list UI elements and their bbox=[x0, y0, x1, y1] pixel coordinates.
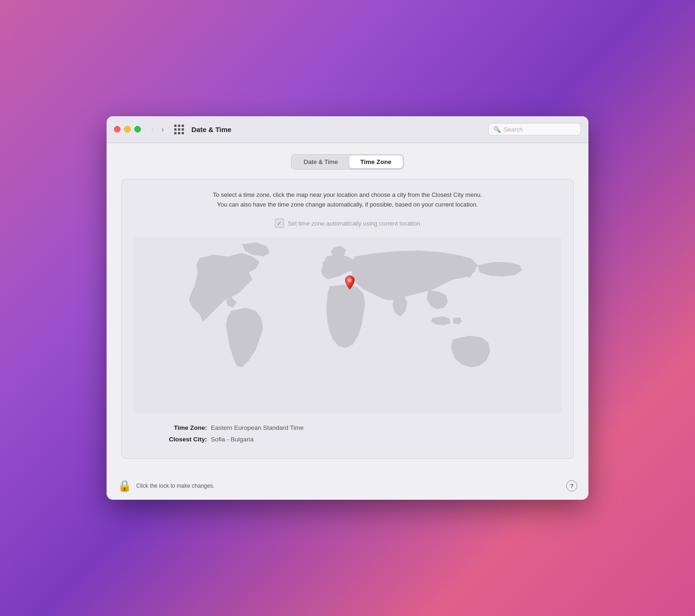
auto-timezone-label: Set time zone automatically using curren… bbox=[288, 220, 420, 227]
lock-icon: 🔒 bbox=[118, 479, 132, 492]
auto-timezone-checkbox-container: ✓ Set time zone automatically using curr… bbox=[275, 219, 420, 228]
forward-button[interactable]: › bbox=[158, 124, 167, 134]
search-icon: 🔍 bbox=[493, 126, 501, 133]
grid-dot bbox=[174, 125, 177, 127]
grid-dot bbox=[182, 132, 184, 134]
grid-dot bbox=[178, 125, 180, 127]
timezone-row: Time Zone: Eastern European Standard Tim… bbox=[152, 424, 543, 431]
auto-timezone-row: ✓ Set time zone automatically using curr… bbox=[133, 219, 562, 228]
search-box[interactable]: 🔍 bbox=[488, 123, 581, 136]
back-button[interactable]: ‹ bbox=[148, 124, 157, 134]
timezone-label: Time Zone: bbox=[152, 424, 207, 431]
grid-button[interactable] bbox=[172, 123, 186, 136]
location-pin bbox=[345, 275, 355, 290]
bottom-bar: 🔒 Click the lock to make changes. ? bbox=[107, 472, 588, 500]
checkmark-icon: ✓ bbox=[277, 220, 282, 226]
content-panel: To select a time zone, click the map nea… bbox=[121, 179, 574, 459]
nav-buttons: ‹ › bbox=[148, 124, 167, 134]
timezone-value: Eastern European Standard Time bbox=[211, 424, 303, 431]
closest-city-value: Sofia - Bulgaria bbox=[211, 436, 253, 443]
grid-dot bbox=[182, 128, 184, 131]
close-button[interactable] bbox=[114, 126, 120, 132]
closest-city-label: Closest City: bbox=[152, 436, 207, 443]
window-title: Date & Time bbox=[191, 126, 231, 133]
description-text: To select a time zone, click the map nea… bbox=[133, 190, 562, 210]
search-input[interactable] bbox=[504, 126, 576, 133]
world-map-svg bbox=[133, 237, 562, 413]
tab-date-time[interactable]: Date & Time bbox=[292, 156, 349, 168]
lock-area[interactable]: 🔒 Click the lock to make changes. bbox=[118, 479, 215, 492]
closest-city-row: Closest City: Sofia - Bulgaria bbox=[152, 436, 543, 443]
grid-dot bbox=[178, 128, 180, 131]
grid-dot bbox=[182, 125, 184, 127]
traffic-lights bbox=[114, 126, 141, 132]
grid-dot bbox=[174, 132, 177, 134]
tab-bar: Date & Time Time Zone bbox=[121, 154, 574, 170]
help-button[interactable]: ? bbox=[566, 480, 577, 491]
main-content: Date & Time Time Zone To select a time z… bbox=[107, 143, 588, 472]
lock-text: Click the lock to make changes. bbox=[136, 483, 215, 489]
svg-point-1 bbox=[348, 278, 352, 282]
auto-timezone-checkbox[interactable]: ✓ bbox=[275, 219, 284, 228]
pin-svg bbox=[345, 275, 355, 290]
tab-time-zone[interactable]: Time Zone bbox=[349, 156, 403, 168]
main-window: ‹ › Date & Time 🔍 Date & Time bbox=[107, 116, 588, 500]
world-map-container[interactable] bbox=[133, 237, 562, 413]
grid-dot bbox=[174, 128, 177, 131]
timezone-info: Time Zone: Eastern European Standard Tim… bbox=[133, 424, 562, 443]
titlebar: ‹ › Date & Time 🔍 bbox=[107, 116, 588, 143]
grid-dot bbox=[178, 132, 180, 134]
maximize-button[interactable] bbox=[134, 126, 141, 132]
minimize-button[interactable] bbox=[124, 126, 131, 132]
tab-group: Date & Time Time Zone bbox=[291, 154, 404, 170]
